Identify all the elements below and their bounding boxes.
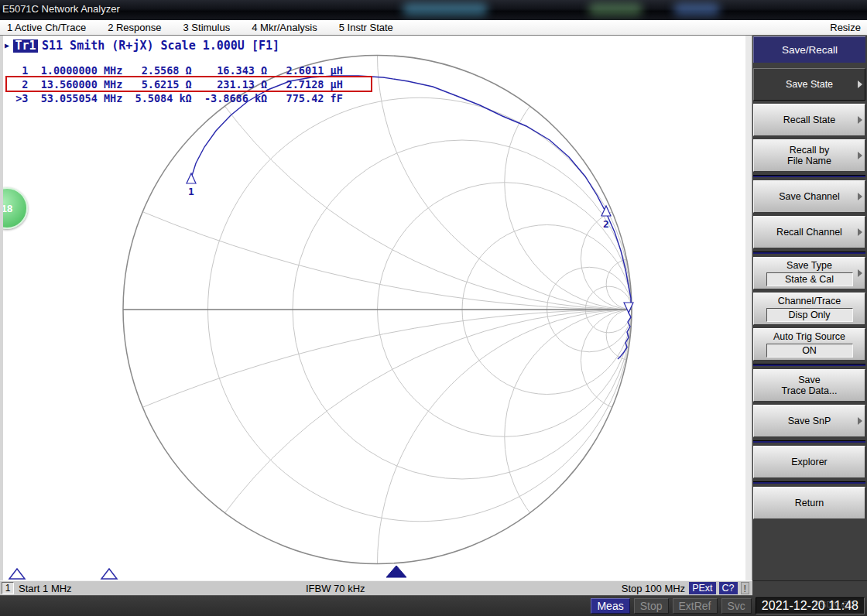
- softkey-sidebar: Save/Recall Save StateRecall StateRecall…: [745, 36, 867, 580]
- trace-id-badge[interactable]: Tr1: [13, 39, 38, 53]
- system-indicator-svc: Svc: [721, 598, 752, 614]
- softkey-label: Save State: [786, 79, 833, 90]
- trace-marker-1[interactable]: [187, 173, 196, 183]
- softkey-label: Auto Trig Source: [773, 331, 845, 342]
- status-bar-filler: [752, 580, 867, 596]
- submenu-arrow-icon: [858, 152, 862, 159]
- softkey-gutter: [745, 36, 752, 580]
- channel-number-box: 1: [2, 582, 14, 594]
- marker-readout-row-3: >3 53.055054 MHz 5.5084 kΩ -3.8686 kΩ 77…: [9, 91, 343, 105]
- reactance-arc-x+2: [505, 56, 745, 310]
- softkey-save-state[interactable]: Save State: [753, 68, 865, 101]
- s11-trace: [191, 76, 631, 359]
- reactance-arc-x-2: [505, 310, 745, 564]
- softkey-value-on: ON: [766, 344, 853, 358]
- softkey-save-trace-data[interactable]: SaveTrace Data...: [753, 369, 865, 402]
- trace-marker-label-1: 1: [188, 186, 194, 197]
- status-bar: 1 Start 1 MHz IFBW 70 kHz Stop 100 MHz P…: [0, 580, 752, 596]
- trace-format-text: S11 Smith (R+jX) Scale 1.000U [F1]: [42, 39, 279, 53]
- softkey-channel-trace[interactable]: Channel/TraceDisp Only: [753, 293, 865, 325]
- softkey-label: Explorer: [791, 457, 828, 467]
- softkey-recall-state[interactable]: Recall State: [753, 104, 865, 136]
- softkey-label: Recall byFile Name: [787, 145, 831, 166]
- softkey-menu-title: Save/Recall: [753, 36, 865, 63]
- submenu-arrow-icon: [858, 193, 862, 200]
- softkey-return[interactable]: Return: [753, 487, 865, 519]
- system-bar: MeasStopExtRefSvc 2021-12-20 11:48 CSDN …: [0, 596, 867, 616]
- menu-2-response[interactable]: 2 Response: [108, 22, 161, 33]
- softkey-auto-trig-source[interactable]: Auto Trig SourceON: [753, 328, 865, 361]
- softkey-recall-by-file-name[interactable]: Recall byFile Name: [753, 139, 865, 172]
- softkey-divider: [753, 440, 865, 443]
- analyzer-window: E5071C Network Analyzer 1 Active Ch/Trac…: [0, 0, 867, 616]
- trace-status-line: ▶ Tr1 S11 Smith (R+jX) Scale 1.000U [F1]: [3, 39, 59, 53]
- reactance-arc-x-0.5: [123, 310, 745, 580]
- marker2-highlight-box: [5, 76, 372, 92]
- ifbw-readout: IFBW 70 kHz: [306, 583, 365, 594]
- softkey-stack: Save StateRecall StateRecall byFile Name…: [753, 68, 865, 519]
- window-title: E5071C Network Analyzer: [2, 3, 120, 15]
- softkey-label: Save Channel: [779, 191, 840, 202]
- softkey-divider: [753, 252, 865, 254]
- softkey-label: Channel/Trace: [778, 296, 841, 306]
- reactance-arc-x-0.2: [3, 310, 745, 580]
- softkey-value-state-cal: State & Cal: [766, 272, 853, 286]
- softkey-divider: [753, 364, 865, 366]
- stimulus-marker-1[interactable]: [9, 569, 25, 579]
- submenu-arrow-icon: [858, 228, 862, 236]
- menu-1-active-ch-trace[interactable]: 1 Active Ch/Trace: [7, 22, 86, 33]
- softkey-label: Save Type: [786, 260, 832, 271]
- system-datetime: 2021-12-20 11:48: [756, 597, 865, 614]
- instrument-display: 12 ▶ Tr1 S11 Smith (R+jX) Scale 1.000U […: [0, 36, 745, 580]
- softkey-explorer[interactable]: Explorer: [753, 446, 865, 478]
- stop-frequency: Stop 100 MHz: [622, 583, 685, 594]
- stimulus-marker-3[interactable]: [386, 566, 406, 577]
- softkey-label: Return: [795, 498, 824, 508]
- softkey-label: Recall Channel: [776, 227, 842, 238]
- status-badge-: !: [741, 582, 749, 594]
- softkey-label: Recall State: [783, 115, 835, 125]
- stimulus-marker-2[interactable]: [101, 569, 117, 579]
- system-indicators: MeasStopExtRefSvc: [591, 598, 751, 614]
- smith-chart: 12: [3, 36, 745, 580]
- status-badges: PExtC?!: [689, 582, 749, 594]
- taskbar-blur-decoration: [403, 3, 488, 15]
- softkey-recall-channel[interactable]: Recall Channel: [753, 216, 865, 248]
- window-titlebar[interactable]: E5071C Network Analyzer: [0, 0, 867, 20]
- softkey-save-type[interactable]: Save TypeState & Cal: [753, 257, 865, 289]
- softkey-save-snp[interactable]: Save SnP: [753, 405, 865, 437]
- submenu-arrow-icon: [858, 417, 862, 425]
- menu-bar: 1 Active Ch/Trace2 Response3 Stimulus4 M…: [0, 20, 867, 36]
- menu-5-instr-state[interactable]: 5 Instr State: [339, 22, 393, 33]
- taskbar-blur-decoration: [588, 3, 643, 15]
- active-trace-arrow-icon: ▶: [5, 41, 9, 50]
- menu-3-stimulus[interactable]: 3 Stimulus: [183, 22, 231, 33]
- system-indicator-meas: Meas: [591, 598, 629, 614]
- submenu-arrow-icon: [858, 80, 862, 88]
- taskbar-blur-decoration: [673, 3, 720, 15]
- softkey-label: Save SnP: [788, 416, 831, 426]
- menu-items: 1 Active Ch/Trace2 Response3 Stimulus4 M…: [0, 22, 408, 33]
- status-badge-c: C?: [719, 582, 738, 594]
- start-frequency: Start 1 MHz: [19, 583, 72, 594]
- submenu-arrow-icon: [858, 116, 862, 124]
- softkey-label: SaveTrace Data...: [782, 375, 838, 396]
- submenu-arrow-icon: [858, 269, 862, 277]
- system-indicator-extref: ExtRef: [673, 598, 718, 614]
- softkey-save-channel[interactable]: Save Channel: [753, 180, 865, 213]
- softkey-value-disp-only: Disp Only: [766, 308, 853, 322]
- system-indicator-stop: Stop: [634, 598, 669, 614]
- menu-resize[interactable]: Resize: [830, 22, 861, 33]
- menu-4-mkr-analysis[interactable]: 4 Mkr/Analysis: [252, 22, 317, 33]
- trace-marker-label-2: 2: [603, 218, 609, 230]
- status-badge-pext: PExt: [689, 582, 715, 594]
- softkey-divider: [753, 175, 865, 177]
- softkey-divider: [753, 481, 865, 484]
